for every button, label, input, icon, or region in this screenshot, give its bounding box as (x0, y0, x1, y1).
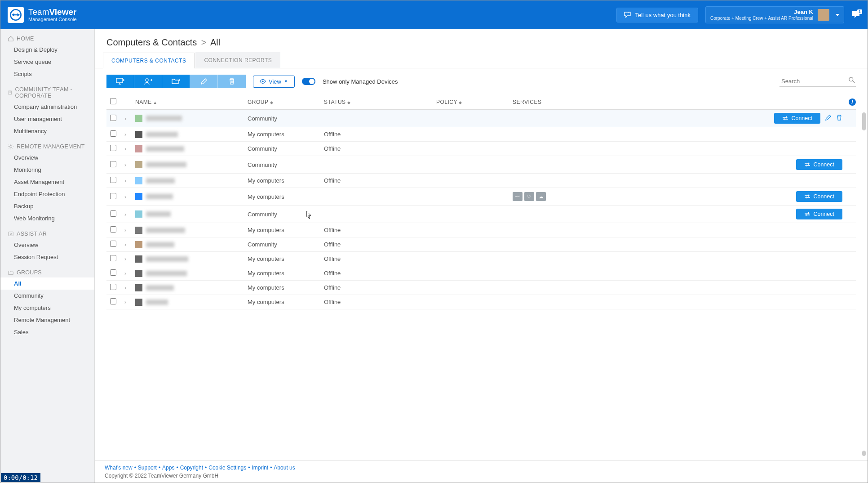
delete-row-button[interactable] (836, 114, 842, 122)
row-checkbox[interactable] (110, 177, 116, 183)
sidebar-item-group-mycomputers[interactable]: My computers (0, 302, 94, 314)
row-checkbox[interactable] (110, 145, 116, 151)
connect-button[interactable]: Connect (796, 191, 842, 202)
table-row[interactable]: › My computers Offline (106, 266, 856, 281)
edit-button[interactable] (190, 75, 218, 88)
expand-row[interactable]: › (124, 270, 135, 277)
sidebar-item-group-all[interactable]: All (0, 277, 94, 290)
sidebar-item-multitenancy[interactable]: Multitenancy (0, 125, 94, 137)
sidebar-item-session-request[interactable]: Session Request (0, 251, 94, 263)
expand-row[interactable]: › (124, 177, 135, 184)
info-icon[interactable]: i (849, 98, 856, 106)
sidebar-section-remote[interactable]: REMOTE MANAGEMENT (0, 137, 94, 152)
select-all-checkbox[interactable] (110, 98, 116, 104)
table-row[interactable]: › Community Connect (106, 156, 856, 174)
table-row[interactable]: › My computers Offline (106, 127, 856, 142)
expand-row[interactable]: › (124, 161, 135, 168)
brand-logo[interactable]: TeamViewer Management Console (8, 7, 77, 23)
connect-button[interactable]: Connect (796, 159, 842, 170)
sidebar-item-service-queue[interactable]: Service queue (0, 56, 94, 68)
view-dropdown-button[interactable]: View ▼ (253, 76, 295, 88)
sidebar-item-web-monitoring[interactable]: Web Monitoring (0, 212, 94, 224)
service-badge-monitoring[interactable]: 〰 (513, 192, 523, 201)
table-row[interactable]: › My computers Offline (106, 252, 856, 266)
delete-button[interactable] (218, 75, 246, 88)
footer-link[interactable]: What's new (105, 465, 133, 471)
sidebar-section-home[interactable]: HOME (0, 29, 94, 44)
footer-link[interactable]: About us (274, 465, 295, 471)
sidebar-item-group-remote-mgmt[interactable]: Remote Management (0, 314, 94, 326)
table-row[interactable]: › Community Offline (106, 237, 856, 252)
table-row[interactable]: › Community Connect (106, 110, 856, 127)
sidebar-item-asset-mgmt[interactable]: Asset Management (0, 176, 94, 188)
sidebar-item-user-mgmt[interactable]: User management (0, 113, 94, 125)
row-checkbox[interactable] (110, 241, 116, 247)
table-row[interactable]: › My computers Offline (106, 174, 856, 188)
sidebar-section-groups[interactable]: GROUPS (0, 263, 94, 277)
connect-button[interactable]: Connect (796, 209, 842, 219)
expand-row[interactable]: › (124, 193, 135, 200)
expand-row[interactable]: › (124, 115, 135, 122)
column-name[interactable]: NAME▲ (135, 99, 248, 105)
connect-button[interactable]: Connect (774, 113, 820, 124)
footer-link[interactable]: Cookie Settings (208, 465, 246, 471)
row-checkbox[interactable] (110, 298, 116, 304)
expand-row[interactable]: › (124, 227, 135, 233)
row-checkbox[interactable] (110, 193, 116, 199)
notifications-button[interactable]: 1 (851, 10, 860, 20)
add-group-button[interactable] (162, 75, 190, 88)
table-row[interactable]: › My computers 〰♡☁ Connect (106, 188, 856, 206)
column-policy[interactable]: POLICY◆ (436, 99, 513, 105)
sidebar-item-group-community[interactable]: Community (0, 290, 94, 302)
feedback-button[interactable]: Tell us what you think (616, 8, 698, 22)
footer-link[interactable]: Copyright (180, 465, 203, 471)
tab-connection-reports[interactable]: CONNECTION REPORTS (195, 52, 280, 68)
search-input[interactable] (779, 76, 856, 87)
table-row[interactable]: › Community Connect (106, 206, 856, 223)
row-checkbox[interactable] (110, 284, 116, 290)
row-checkbox[interactable] (110, 269, 116, 276)
scrollbar[interactable] (862, 451, 866, 456)
sidebar-item-endpoint[interactable]: Endpoint Protection (0, 188, 94, 200)
managed-devices-toggle[interactable] (302, 78, 315, 85)
add-computer-button[interactable] (106, 75, 134, 88)
table-row[interactable]: › Community Offline (106, 142, 856, 156)
expand-row[interactable]: › (124, 211, 135, 218)
sidebar-item-group-sales[interactable]: Sales (0, 326, 94, 338)
expand-row[interactable]: › (124, 255, 135, 262)
expand-row[interactable]: › (124, 241, 135, 248)
row-checkbox[interactable] (110, 130, 116, 137)
expand-row[interactable]: › (124, 299, 135, 305)
table-row[interactable]: › My computers Offline (106, 223, 856, 237)
column-status[interactable]: STATUS◆ (324, 99, 436, 105)
service-badge-backup[interactable]: ☁ (536, 192, 546, 201)
row-checkbox[interactable] (110, 115, 116, 121)
tab-computers-contacts[interactable]: COMPUTERS & CONTACTS (103, 53, 195, 68)
footer-link[interactable]: Apps (162, 465, 174, 471)
account-menu[interactable]: Jean K Corporate + Meeting Crew + Assist… (705, 6, 844, 23)
sidebar-item-company-admin[interactable]: Company administration (0, 101, 94, 113)
search-icon[interactable] (849, 77, 855, 85)
sidebar-item-backup[interactable]: Backup (0, 200, 94, 212)
sidebar-section-community[interactable]: COMMUNITY TEAM - CORPORATE (0, 80, 94, 101)
sidebar-section-assist[interactable]: ASSIST AR (0, 224, 94, 239)
table-row[interactable]: › My computers Offline (106, 295, 856, 309)
service-badge-protection[interactable]: ♡ (524, 192, 534, 201)
add-contact-button[interactable] (134, 75, 162, 88)
sidebar-item-assist-overview[interactable]: Overview (0, 239, 94, 251)
row-checkbox[interactable] (110, 161, 116, 167)
breadcrumb-root[interactable]: Computers & Contacts (106, 37, 197, 47)
footer-link[interactable]: Imprint (252, 465, 268, 471)
sidebar-item-monitoring[interactable]: Monitoring (0, 164, 94, 176)
expand-row[interactable]: › (124, 145, 135, 152)
column-group[interactable]: GROUP◆ (248, 99, 324, 105)
sidebar-item-scripts[interactable]: Scripts (0, 68, 94, 80)
expand-row[interactable]: › (124, 131, 135, 138)
row-checkbox[interactable] (110, 210, 116, 217)
footer-link[interactable]: Support (138, 465, 157, 471)
sidebar-item-remote-overview[interactable]: Overview (0, 152, 94, 164)
expand-row[interactable]: › (124, 284, 135, 291)
row-checkbox[interactable] (110, 226, 116, 233)
row-checkbox[interactable] (110, 255, 116, 261)
scrollbar[interactable] (862, 112, 866, 130)
